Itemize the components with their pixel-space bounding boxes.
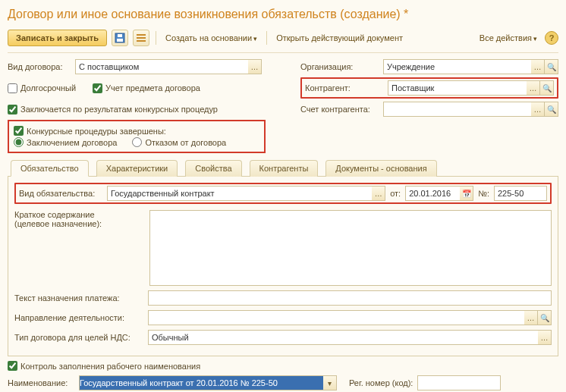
longterm-label: Долгосрочный [20,83,76,93]
by-refusal-label: Отказом от договора [145,138,226,147]
separator [266,31,267,45]
counterparty-label: Контрагент: [305,83,385,93]
longterm-checkbox[interactable] [8,83,17,93]
select-icon[interactable]: … [524,310,538,325]
search-icon[interactable]: 🔍 [545,102,558,117]
vat-type-input[interactable] [148,330,538,345]
subject-accounting-checkbox[interactable] [93,83,102,93]
name-input[interactable] [79,375,323,390]
payment-text-input[interactable] [148,290,552,306]
tab-obligation[interactable]: Обязательство [11,160,89,177]
tab-counterparties[interactable]: Контрагенты [250,160,319,177]
select-icon[interactable]: … [538,330,552,345]
summary-label-1: Краткое содержание [14,210,143,219]
kind-input[interactable] [107,186,372,201]
dropdown-icon[interactable]: ▾ [323,375,337,390]
summary-label-2: (целевое назначение): [14,219,143,228]
by-contract-radio[interactable] [14,137,24,147]
tab-content: Вид обязательства: … от: 📅 №: Краткое со… [8,177,558,356]
org-label: Организация: [300,62,380,71]
separator [156,31,156,45]
svg-rect-4 [137,37,146,39]
date-input[interactable] [405,186,460,201]
num-input[interactable] [494,186,547,201]
create-based-button[interactable]: Создать на основании▾ [162,30,260,45]
procedures-block: Конкурсные процедуры завершены: Заключен… [8,120,266,153]
vat-type-label: Тип договора для целей НДС: [14,333,143,342]
payment-text-label: Текст назначения платежа: [14,293,143,303]
select-icon[interactable]: … [531,59,545,74]
by-contract-label: Заключением договора [27,138,117,147]
tab-characteristics[interactable]: Характеристики [96,160,178,177]
date-label: от: [390,189,401,198]
list-icon[interactable] [133,30,149,46]
control-naming-label: Контроль заполнения рабочего наименовани… [20,362,200,371]
regnum-label: Рег. номер (код): [349,378,413,387]
account-input[interactable] [383,102,531,117]
num-label: №: [478,189,489,198]
calendar-icon[interactable]: 📅 [460,186,473,201]
save-close-button[interactable]: Записать и закрыть [8,30,107,46]
account-label: Счет контрагента: [300,105,380,114]
org-input[interactable] [383,59,531,74]
control-naming-checkbox[interactable] [8,361,17,371]
page-title: Договор или иное основание возникновения… [8,8,558,21]
activity-label: Направление деятельности: [14,313,143,322]
tab-bar: Обязательство Характеристики Свойства Ко… [8,159,558,177]
select-icon[interactable]: … [248,59,262,74]
contract-type-input[interactable] [75,59,248,74]
by-refusal-radio[interactable] [132,137,142,147]
counterparty-input[interactable] [388,80,527,96]
search-icon[interactable]: 🔍 [540,80,554,96]
toolbar: Записать и закрыть Создать на основании▾… [8,27,558,53]
svg-rect-5 [137,40,146,42]
by-tender-checkbox[interactable] [8,105,17,114]
svg-rect-1 [117,39,123,42]
kind-label: Вид обязательства: [19,189,102,198]
summary-textarea[interactable] [149,210,552,286]
contract-type-label: Вид договора: [8,62,72,71]
search-icon[interactable]: 🔍 [538,310,552,325]
svg-rect-3 [137,34,146,36]
all-actions-button[interactable]: Все действия▾ [476,30,540,45]
select-icon[interactable]: … [531,102,545,117]
open-doc-button[interactable]: Открыть действующий документ [273,30,406,45]
tab-documents[interactable]: Документы - основания [325,160,436,177]
activity-input[interactable] [148,310,524,325]
select-icon[interactable]: … [527,80,540,96]
select-icon[interactable]: … [372,186,385,201]
search-icon[interactable]: 🔍 [545,59,558,74]
procedures-done-checkbox[interactable] [14,126,24,136]
name-label: Наименование: [8,378,74,387]
subject-accounting-label: Учет предмета договора [105,83,200,93]
tab-properties[interactable]: Свойства [185,160,241,177]
svg-rect-2 [118,34,122,37]
save-icon[interactable] [112,30,128,46]
regnum-input[interactable] [417,375,501,390]
by-tender-label: Заключается по результатам конкурсных пр… [20,105,218,114]
help-icon[interactable]: ? [545,31,558,45]
procedures-done-label: Конкурсные процедуры завершены: [27,127,166,136]
